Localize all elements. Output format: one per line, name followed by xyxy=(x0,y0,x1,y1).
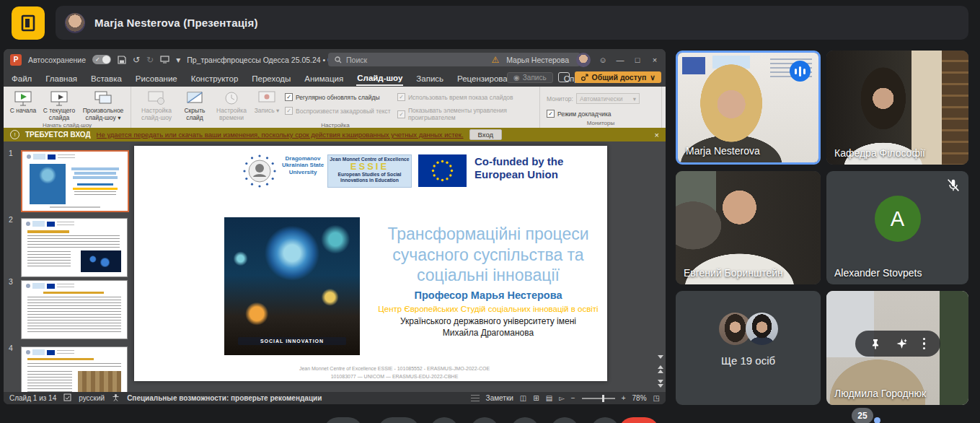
tab-record[interactable]: Запись xyxy=(415,72,444,85)
hide-slide-icon xyxy=(185,90,204,106)
sync-warning-icon[interactable]: ⚠ xyxy=(491,55,499,65)
mini-title-line xyxy=(27,358,94,360)
next-slide-button[interactable] xyxy=(658,380,663,388)
account-name[interactable]: Марья Нестерова xyxy=(506,56,569,64)
view-reading-icon[interactable]: ▤ xyxy=(546,394,552,402)
checkbox-checked-icon: ✓ xyxy=(397,110,405,118)
camera-button[interactable] xyxy=(378,417,420,423)
share-icon xyxy=(581,74,588,82)
account-avatar[interactable] xyxy=(576,53,591,67)
tab-file[interactable]: Файл xyxy=(11,72,32,85)
leave-call-button[interactable] xyxy=(619,417,659,423)
fit-to-window-icon[interactable]: ◳ xyxy=(653,394,660,402)
close-button[interactable]: × xyxy=(650,56,660,64)
slide-canvas[interactable]: Dragomanov Ukrainian State University Je… xyxy=(134,146,607,381)
redo-icon[interactable]: ↻ xyxy=(146,55,154,65)
use-timings-checkbox[interactable]: ✓ Использовать время показа слайдов xyxy=(397,93,533,101)
tab-design[interactable]: Конструктор xyxy=(190,72,239,85)
language-indicator[interactable]: русский xyxy=(79,394,105,402)
tile-evgeniy-borinshteyn[interactable]: Евгений Боринштейн xyxy=(676,171,821,284)
present-button[interactable] xyxy=(511,417,539,423)
keep-slides-updated-checkbox[interactable]: ✓ Регулярно обновлять слайды xyxy=(285,93,392,101)
tab-transitions[interactable]: Переходы xyxy=(251,72,291,85)
record-button[interactable]: ◉Запись xyxy=(507,72,553,83)
zoom-out-button[interactable]: − xyxy=(571,394,575,402)
zoom-slider-handle[interactable] xyxy=(602,395,604,402)
tab-animations[interactable]: Анимация xyxy=(304,72,344,85)
slide-thumbnail-2[interactable] xyxy=(21,218,128,277)
participant-avatars xyxy=(719,313,778,345)
show-media-controls-checkbox[interactable]: ✓ Показывать элементы управления проигры… xyxy=(397,107,533,121)
signin-button[interactable]: Вход xyxy=(469,129,503,140)
slide-thumbnail-4[interactable] xyxy=(21,346,128,392)
custom-slideshow-button[interactable]: Произвольное слайд-шоу ▾ xyxy=(79,88,127,121)
previous-slide-button[interactable] xyxy=(658,365,663,373)
mini-text-lines xyxy=(27,363,121,369)
setup-slideshow-button[interactable]: Настройка слайд-шоу xyxy=(135,88,178,121)
raise-hand-button[interactable] xyxy=(550,417,579,423)
mic-button[interactable] xyxy=(324,417,363,423)
meet-app-logo[interactable] xyxy=(12,6,45,40)
tile-lyudmila-gorodnyuk[interactable]: Людмила Городнюк xyxy=(826,291,968,405)
tile-kafedra-filosofii[interactable]: Кафедра Філософії xyxy=(826,51,968,165)
captions-button[interactable] xyxy=(430,417,459,423)
notes-toggle[interactable]: Заметки xyxy=(486,394,513,402)
autosave-toggle[interactable]: ✓ xyxy=(92,55,111,64)
slide-thumbnail-1[interactable] xyxy=(21,150,129,212)
presenter-view-label: Режим докладчика xyxy=(557,110,612,118)
restore-button[interactable]: □ xyxy=(632,56,643,64)
accessibility-status[interactable]: Специальные возможности: проверьте реком… xyxy=(127,394,322,402)
zoom-slider[interactable] xyxy=(582,398,615,399)
tab-slideshow[interactable]: Слайд-шоу xyxy=(356,71,403,86)
record-slideshow-button[interactable]: Запись ▾ xyxy=(252,88,282,115)
play-narrations-checkbox[interactable]: ✓ Воспроизвести закадровый текст xyxy=(285,107,392,115)
more-options-icon[interactable] xyxy=(923,338,926,350)
record-button-label: Запись xyxy=(523,74,547,82)
record-slideshow-label: Запись ▾ xyxy=(255,108,280,115)
presenter-view-checkbox[interactable]: ✓ Режим докладчика xyxy=(547,110,655,118)
hide-slide-button[interactable]: Скрыть слайд xyxy=(178,88,211,121)
tile-more-participants[interactable]: Ще 19 осіб xyxy=(676,291,821,405)
reactions-button[interactable] xyxy=(470,417,499,423)
slide-author: Професор Марья Нестерова xyxy=(372,289,604,301)
save-icon[interactable] xyxy=(118,56,126,64)
effects-sparkle-icon[interactable] xyxy=(896,338,908,350)
mini-footer-line xyxy=(50,206,100,208)
more-options-button[interactable] xyxy=(591,417,619,423)
slide-counter: Слайд 1 из 14 xyxy=(9,394,56,402)
feedback-icon[interactable]: ☺ xyxy=(598,56,608,64)
tab-home[interactable]: Главная xyxy=(45,72,78,85)
tile-marja-nesterova[interactable]: Marja Nesterova xyxy=(676,51,821,165)
scroll-down-icon[interactable] xyxy=(658,355,663,359)
slide-thumbnail-3[interactable] xyxy=(21,280,128,339)
zoom-in-button[interactable]: + xyxy=(622,394,626,402)
view-normal-icon[interactable]: ◫ xyxy=(520,394,526,402)
ppt-statusbar: Слайд 1 из 14 русский Специальные возмож… xyxy=(4,392,666,404)
titlebar-right-cluster: ⚠ Марья Нестерова ☺ — □ × xyxy=(491,49,660,70)
quickbar-dropdown-icon[interactable]: ▾ xyxy=(176,55,180,65)
zoom-level[interactable]: 78% xyxy=(632,394,647,402)
ribbon-group-start-slideshow: С начала С текущего слайда Произвольное … xyxy=(4,87,131,128)
from-current-slide-button[interactable]: С текущего слайда xyxy=(39,88,79,121)
warning-close-icon[interactable]: × xyxy=(655,131,659,139)
view-slideshow-icon[interactable]: ▻ xyxy=(559,394,565,402)
undo-icon[interactable]: ↺ xyxy=(133,55,140,65)
tab-draw[interactable]: Рисование xyxy=(135,72,178,85)
rehearse-timings-button[interactable]: Настройка времени xyxy=(211,88,252,121)
pin-icon[interactable] xyxy=(870,338,881,349)
participant-count-badge[interactable]: 25 xyxy=(852,408,873,423)
mini-title-line xyxy=(71,167,119,170)
view-sorter-icon[interactable]: ⊞ xyxy=(533,394,539,402)
tile-alexander-stovpets[interactable]: A Alexander Stovpets xyxy=(826,171,968,284)
share-button[interactable]: Общий доступ ∨ xyxy=(575,71,661,83)
mini-text-lines xyxy=(27,371,72,392)
spellcheck-icon[interactable] xyxy=(63,393,71,403)
warning-message[interactable]: Не удается передать или скачать ваши изм… xyxy=(97,131,464,139)
from-beginning-button[interactable]: С начала xyxy=(7,88,39,115)
comments-icon[interactable] xyxy=(558,72,570,82)
monitor-dropdown[interactable]: Автоматически ▾ xyxy=(576,93,640,104)
tab-insert[interactable]: Вставка xyxy=(90,72,123,85)
mini-photo xyxy=(78,371,121,392)
start-slideshow-icon[interactable] xyxy=(160,56,169,64)
minimize-button[interactable]: — xyxy=(615,56,625,64)
